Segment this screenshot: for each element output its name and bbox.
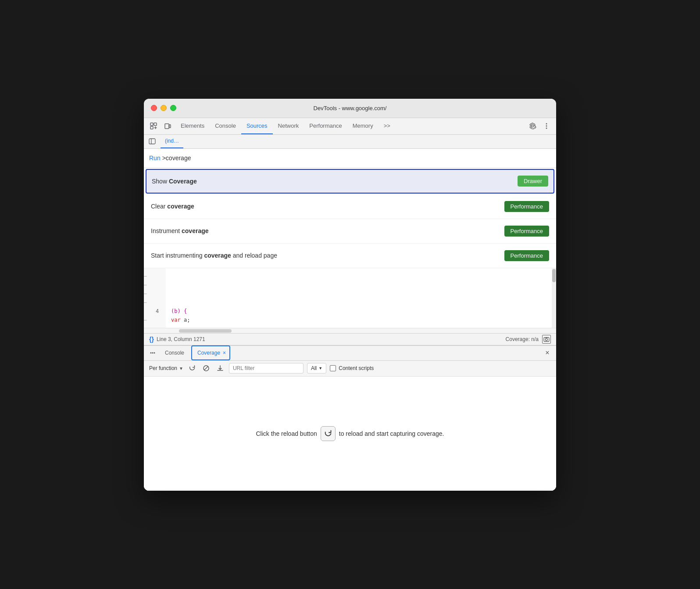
traffic-lights	[151, 105, 176, 111]
badge-drawer: Drawer	[518, 176, 548, 187]
autocomplete-dropdown: Show Coverage Drawer Clear coverage Perf…	[144, 168, 556, 268]
tab-sources[interactable]: Sources	[241, 118, 273, 134]
svg-rect-8	[149, 139, 155, 144]
screenshot-icon[interactable]	[542, 335, 551, 344]
svg-rect-10	[544, 338, 549, 341]
status-left: {} Line 3, Column 1271	[149, 336, 205, 343]
badge-performance-2: Performance	[504, 226, 549, 237]
pretty-print-icon[interactable]: {}	[149, 336, 154, 343]
command-input-text: >coverage	[162, 154, 191, 162]
svg-rect-1	[154, 123, 157, 126]
tab-memory[interactable]: Memory	[347, 118, 379, 134]
reload-button[interactable]	[187, 363, 197, 374]
coverage-status: Coverage: n/a	[506, 336, 539, 342]
url-filter-input[interactable]	[229, 363, 304, 374]
reload-message: Click the reload button to reload and st…	[256, 426, 444, 441]
clear-button[interactable]	[201, 363, 211, 374]
title-bar: DevTools - www.google.com/	[144, 99, 556, 118]
minimize-button[interactable]	[161, 105, 167, 111]
all-filter-dropdown[interactable]: All ▼	[307, 363, 326, 374]
tab-overflow[interactable]: >>	[379, 118, 396, 134]
svg-rect-0	[150, 123, 153, 126]
content-scripts-toggle: Content scripts	[330, 365, 374, 371]
vertical-scrollbar[interactable]	[552, 268, 556, 328]
svg-point-13	[150, 352, 152, 354]
reload-icon	[321, 426, 336, 441]
autocomplete-item-start-instrumenting[interactable]: Start instrumenting coverage and reload …	[144, 244, 556, 268]
svg-rect-4	[169, 125, 171, 128]
devtools-tabs: Elements Console Sources Network Perform…	[144, 118, 556, 135]
close-button[interactable]	[151, 105, 157, 111]
tab-network[interactable]: Network	[273, 118, 304, 134]
download-button[interactable]	[215, 363, 225, 374]
status-right: Coverage: n/a	[506, 335, 551, 344]
sources-tab-ind[interactable]: (ind…	[161, 134, 183, 148]
tab-performance[interactable]: Performance	[304, 118, 347, 134]
line-numbers: – – – – 4 –	[144, 268, 166, 328]
svg-rect-12	[546, 337, 548, 338]
main-area: (ind… Run >coverage Show Coverage Drawer…	[144, 135, 556, 491]
close-drawer-button[interactable]: ×	[542, 348, 553, 358]
command-bar: Run >coverage	[144, 149, 556, 168]
more-button[interactable]	[540, 120, 553, 132]
close-coverage-tab[interactable]: ×	[223, 350, 226, 356]
status-bar: {} Line 3, Column 1271 Coverage: n/a	[144, 333, 556, 345]
svg-point-11	[546, 338, 548, 341]
svg-rect-3	[165, 124, 169, 129]
editor-area: – – – – 4 – (b) { var a;	[144, 268, 556, 328]
autocomplete-item-show-coverage[interactable]: Show Coverage Drawer	[146, 169, 554, 194]
devtools-container: Elements Console Sources Network Perform…	[144, 118, 556, 491]
svg-point-14	[152, 352, 154, 354]
svg-line-17	[204, 366, 208, 370]
tab-elements[interactable]: Elements	[175, 118, 210, 134]
svg-point-7	[546, 128, 547, 129]
content-scripts-checkbox[interactable]	[330, 365, 336, 371]
tab-console[interactable]: Console	[210, 118, 241, 134]
device-toolbar-icon[interactable]	[161, 120, 174, 132]
badge-performance-1: Performance	[504, 201, 549, 212]
coverage-toolbar: Per function ▼	[144, 361, 556, 377]
command-run-label: Run	[149, 154, 161, 162]
svg-point-15	[154, 352, 155, 354]
cursor-position: Line 3, Column 1271	[157, 336, 205, 342]
autocomplete-item-clear-coverage[interactable]: Clear coverage Performance	[144, 194, 556, 219]
code-content: (b) { var a;	[166, 268, 552, 328]
horizontal-scrollbar[interactable]	[144, 328, 556, 333]
all-dropdown-arrow: ▼	[318, 366, 322, 370]
svg-point-5	[546, 123, 547, 125]
tab-actions	[526, 120, 553, 132]
drawer-menu-button[interactable]	[147, 348, 158, 358]
sidebar-toggle[interactable]	[147, 136, 157, 146]
badge-performance-3: Performance	[504, 250, 549, 261]
dropdown-arrow: ▼	[179, 366, 183, 371]
inspect-icon[interactable]	[147, 120, 160, 132]
drawer-section: Console Coverage × × Per function ▼	[144, 345, 556, 491]
svg-rect-2	[150, 126, 153, 129]
sources-toolbar: (ind…	[144, 135, 556, 149]
drawer-tabs: Console Coverage × ×	[144, 346, 556, 361]
autocomplete-item-instrument-coverage[interactable]: Instrument coverage Performance	[144, 219, 556, 244]
coverage-main-area: Click the reload button to reload and st…	[144, 377, 556, 491]
svg-point-6	[546, 126, 547, 127]
per-function-dropdown[interactable]: Per function ▼	[149, 365, 183, 371]
drawer-tab-coverage[interactable]: Coverage ×	[191, 345, 230, 360]
window-title: DevTools - www.google.com/	[314, 105, 387, 111]
settings-button[interactable]	[526, 120, 539, 132]
drawer-tab-console[interactable]: Console	[160, 345, 189, 360]
maximize-button[interactable]	[170, 105, 176, 111]
